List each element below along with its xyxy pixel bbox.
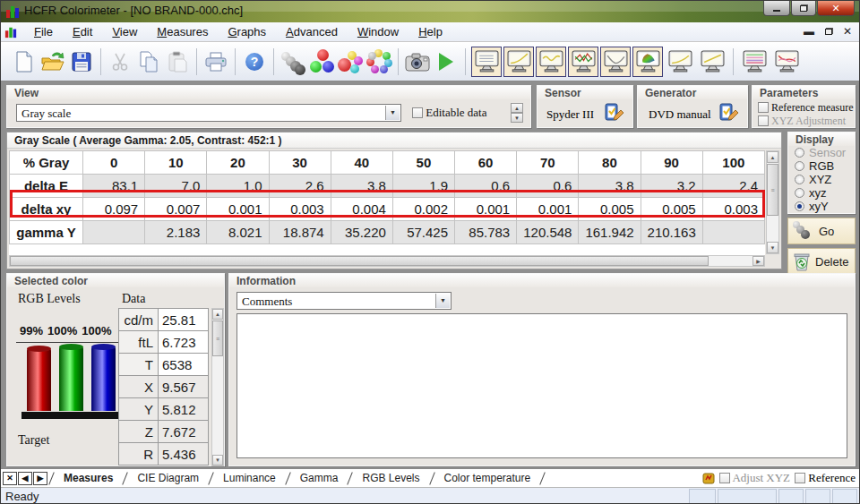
cell[interactable]: 1.0: [207, 175, 269, 198]
tab-prev-button[interactable]: ◀: [18, 472, 32, 485]
cell[interactable]: 35.220: [331, 221, 392, 244]
tab-color-temperature[interactable]: Color temperature: [433, 470, 543, 486]
reference-measure-checkbox[interactable]: Reference measure: [758, 101, 854, 115]
view-select[interactable]: Gray scale ▼: [16, 104, 401, 122]
cell[interactable]: 0.004: [331, 198, 392, 221]
data-row-value[interactable]: 7.672: [159, 421, 209, 443]
sensor-config-button[interactable]: [604, 103, 627, 124]
cell[interactable]: 161.942: [579, 221, 641, 244]
menu-measures[interactable]: Measures: [147, 23, 218, 40]
table-hscrollbar[interactable]: ▶: [9, 255, 765, 267]
scroll-down-icon[interactable]: ▼: [767, 242, 778, 253]
mdi-close-button[interactable]: ✕: [843, 25, 852, 38]
data-table-scrollbar[interactable]: ▲ ≡ ▼: [211, 308, 224, 466]
measure-grayscale-button[interactable]: [279, 47, 307, 76]
cell[interactable]: 85.783: [455, 221, 517, 244]
menu-file[interactable]: File: [24, 23, 63, 40]
cell[interactable]: 210.163: [641, 221, 702, 244]
copy-button[interactable]: [134, 47, 163, 76]
cell[interactable]: 18.874: [269, 221, 331, 244]
cell[interactable]: [83, 221, 145, 244]
cell[interactable]: 0.6: [517, 175, 579, 198]
cell[interactable]: 2.6: [269, 175, 331, 198]
tab-rgb-levels[interactable]: RGB Levels: [350, 470, 431, 486]
print-button[interactable]: [202, 47, 230, 76]
run-measure-button[interactable]: [432, 47, 460, 76]
cell[interactable]: 0.003: [702, 198, 764, 221]
go-button[interactable]: Go: [787, 218, 856, 244]
measure-secondaries-button[interactable]: [336, 47, 365, 76]
gamma-view-toggle[interactable]: [503, 47, 534, 77]
cell[interactable]: 57.425: [392, 221, 454, 244]
mdi-minimize-button[interactable]: ▬: [804, 25, 814, 38]
cell[interactable]: 7.0: [145, 175, 207, 198]
spin-down-icon[interactable]: ▼: [511, 113, 523, 123]
spin-up-icon[interactable]: ▲: [511, 103, 523, 113]
luminance-alt-view-toggle[interactable]: [665, 47, 695, 77]
save-button[interactable]: [67, 47, 96, 76]
table-vscrollbar[interactable]: ▲ ≡ ▼: [766, 150, 779, 254]
radio-xyz-lower[interactable]: xyz: [788, 186, 855, 200]
cell[interactable]: 3.8: [331, 175, 392, 198]
data-row-value[interactable]: 6.723: [159, 331, 209, 354]
menu-view[interactable]: View: [102, 23, 147, 40]
cell[interactable]: 0.003: [269, 198, 331, 221]
luminance-view-toggle[interactable]: [536, 47, 566, 77]
tab-luminance[interactable]: Luminance: [211, 470, 288, 486]
measure-color-circle-button[interactable]: [365, 47, 393, 76]
radio-xyz-upper[interactable]: XYZ: [788, 173, 855, 186]
cell[interactable]: 2.183: [145, 221, 207, 244]
data-row-value[interactable]: 9.567: [159, 376, 209, 398]
editable-data-checkbox[interactable]: Editable data: [412, 106, 486, 120]
tab-cie-diagram[interactable]: CIE Diagram: [125, 470, 211, 486]
cell[interactable]: [702, 221, 764, 244]
close-button[interactable]: ✕: [817, 1, 855, 16]
data-row-value[interactable]: 6538: [159, 354, 209, 376]
gamma-alt-view-toggle[interactable]: [697, 47, 727, 77]
data-row-value[interactable]: 5.436: [159, 443, 209, 466]
cell[interactable]: 0.005: [579, 198, 641, 221]
data-row-value[interactable]: 25.81: [159, 309, 209, 331]
menu-help[interactable]: Help: [408, 23, 452, 40]
cell[interactable]: 0.001: [517, 198, 579, 221]
cell[interactable]: 0.001: [207, 198, 269, 221]
color-temperature-view-toggle[interactable]: [600, 47, 631, 77]
measure-primaries-button[interactable]: [307, 47, 336, 76]
generator-config-button[interactable]: [718, 103, 742, 124]
view-spinner[interactable]: ▲ ▼: [511, 103, 523, 123]
cell[interactable]: 120.548: [517, 221, 579, 244]
tab-next-button[interactable]: ▶: [33, 472, 47, 485]
tab-gamma[interactable]: Gamma: [288, 470, 350, 486]
delete-button[interactable]: Delete: [787, 248, 856, 275]
title-bar[interactable]: HCFR Colorimeter - [NO BRAND-000.chc] ✕: [1, 1, 859, 22]
chevron-down-icon[interactable]: ▼: [435, 294, 450, 308]
tab-measures[interactable]: Measures: [52, 470, 125, 486]
scroll-up-icon[interactable]: ▲: [767, 151, 778, 163]
menu-edit[interactable]: Edit: [63, 23, 102, 40]
cell[interactable]: 0.001: [455, 198, 517, 221]
reference-checkbox[interactable]: Reference: [795, 471, 856, 485]
maximize-button[interactable]: [791, 1, 816, 16]
cell[interactable]: 0.097: [83, 198, 145, 221]
information-select[interactable]: Comments ▼: [236, 292, 452, 310]
vscroll-thumb[interactable]: ≡: [212, 320, 223, 356]
cell[interactable]: 3.8: [579, 175, 641, 198]
hscroll-thumb[interactable]: [10, 256, 709, 266]
radio-rgb[interactable]: RGB: [788, 159, 855, 173]
cell[interactable]: 0.005: [641, 198, 702, 221]
menu-window[interactable]: Window: [348, 23, 408, 40]
rgb-levels-view-toggle[interactable]: [568, 47, 598, 77]
tab-close-button[interactable]: ✕: [3, 472, 17, 485]
cell[interactable]: 0.007: [145, 198, 207, 221]
cell[interactable]: 83.1: [83, 175, 145, 198]
menu-graphs[interactable]: Graphs: [218, 23, 276, 40]
scroll-up-icon[interactable]: ▲: [212, 309, 223, 320]
cie-diagram-view-toggle[interactable]: [632, 47, 663, 77]
minimize-button[interactable]: [763, 1, 790, 16]
cell[interactable]: 2.4: [702, 175, 764, 198]
help-button[interactable]: ?: [240, 47, 269, 76]
new-file-button[interactable]: [10, 47, 39, 76]
cell[interactable]: 0.002: [392, 198, 454, 221]
cell[interactable]: 0.6: [455, 175, 517, 198]
measures-view-toggle[interactable]: [471, 47, 502, 77]
